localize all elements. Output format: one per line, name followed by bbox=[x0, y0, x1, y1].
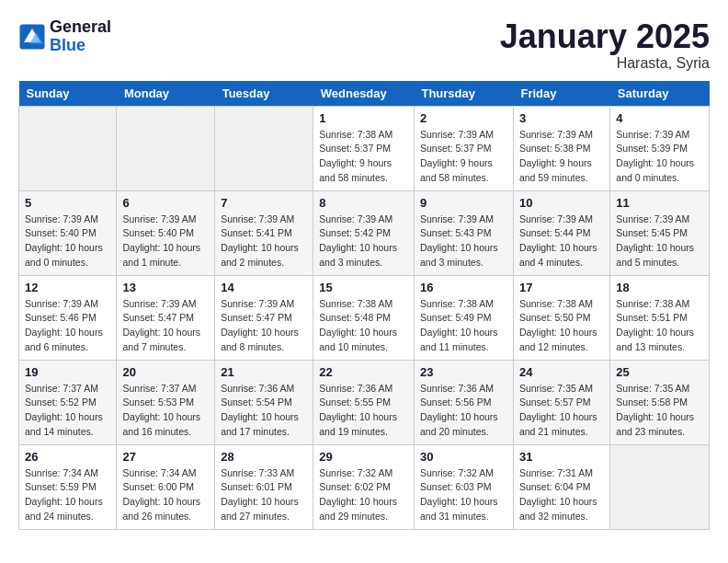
calendar-cell: 4Sunrise: 7:39 AMSunset: 5:39 PMDaylight… bbox=[610, 106, 710, 190]
logo: General Blue bbox=[18, 18, 111, 55]
day-info: Sunrise: 7:38 AMSunset: 5:48 PMDaylight:… bbox=[319, 297, 408, 355]
calendar-week-row: 19Sunrise: 7:37 AMSunset: 5:52 PMDayligh… bbox=[19, 360, 710, 444]
calendar-cell: 27Sunrise: 7:34 AMSunset: 6:00 PMDayligh… bbox=[117, 444, 215, 529]
day-info: Sunrise: 7:39 AMSunset: 5:46 PMDaylight:… bbox=[25, 297, 110, 355]
day-number: 31 bbox=[519, 450, 604, 464]
day-info: Sunrise: 7:32 AMSunset: 6:02 PMDaylight:… bbox=[319, 466, 408, 524]
day-info: Sunrise: 7:36 AMSunset: 5:54 PMDaylight:… bbox=[221, 382, 307, 440]
day-of-week-header: Friday bbox=[513, 81, 609, 107]
calendar-cell: 13Sunrise: 7:39 AMSunset: 5:47 PMDayligh… bbox=[117, 275, 215, 360]
calendar-cell: 7Sunrise: 7:39 AMSunset: 5:41 PMDaylight… bbox=[215, 190, 313, 275]
day-number: 24 bbox=[519, 365, 604, 379]
logo-icon bbox=[18, 23, 46, 51]
calendar-cell bbox=[117, 106, 215, 190]
calendar-cell: 14Sunrise: 7:39 AMSunset: 5:47 PMDayligh… bbox=[215, 275, 313, 360]
title-section: January 2025 Harasta, Syria bbox=[500, 18, 710, 72]
calendar-cell: 9Sunrise: 7:39 AMSunset: 5:43 PMDaylight… bbox=[414, 190, 513, 275]
day-info: Sunrise: 7:38 AMSunset: 5:37 PMDaylight:… bbox=[319, 128, 408, 186]
day-of-week-header: Monday bbox=[117, 81, 215, 107]
calendar-cell: 15Sunrise: 7:38 AMSunset: 5:48 PMDayligh… bbox=[313, 275, 415, 360]
day-info: Sunrise: 7:36 AMSunset: 5:55 PMDaylight:… bbox=[319, 382, 408, 440]
calendar-cell bbox=[610, 444, 710, 529]
day-info: Sunrise: 7:39 AMSunset: 5:38 PMDaylight:… bbox=[519, 128, 604, 186]
day-of-week-header: Tuesday bbox=[215, 81, 313, 107]
day-info: Sunrise: 7:32 AMSunset: 6:03 PMDaylight:… bbox=[420, 466, 507, 524]
calendar-title: January 2025 bbox=[500, 18, 710, 55]
day-number: 21 bbox=[221, 365, 307, 379]
calendar-cell: 3Sunrise: 7:39 AMSunset: 5:38 PMDaylight… bbox=[513, 106, 609, 190]
day-number: 17 bbox=[519, 281, 604, 294]
calendar-cell: 30Sunrise: 7:32 AMSunset: 6:03 PMDayligh… bbox=[414, 444, 513, 529]
calendar-cell: 12Sunrise: 7:39 AMSunset: 5:46 PMDayligh… bbox=[19, 275, 117, 360]
day-number: 9 bbox=[420, 196, 507, 210]
calendar-cell: 6Sunrise: 7:39 AMSunset: 5:40 PMDaylight… bbox=[117, 190, 215, 275]
day-info: Sunrise: 7:39 AMSunset: 5:44 PMDaylight:… bbox=[519, 213, 604, 270]
day-info: Sunrise: 7:39 AMSunset: 5:47 PMDaylight:… bbox=[221, 297, 307, 355]
day-info: Sunrise: 7:35 AMSunset: 5:57 PMDaylight:… bbox=[519, 382, 604, 440]
day-number: 23 bbox=[420, 365, 507, 379]
calendar-cell: 1Sunrise: 7:38 AMSunset: 5:37 PMDaylight… bbox=[313, 106, 415, 190]
day-number: 15 bbox=[319, 281, 408, 294]
logo-text: General Blue bbox=[50, 18, 111, 55]
day-of-week-header: Saturday bbox=[610, 81, 710, 107]
calendar-cell: 29Sunrise: 7:32 AMSunset: 6:02 PMDayligh… bbox=[313, 444, 415, 529]
day-info: Sunrise: 7:39 AMSunset: 5:43 PMDaylight:… bbox=[420, 213, 507, 270]
calendar-cell: 26Sunrise: 7:34 AMSunset: 5:59 PMDayligh… bbox=[19, 444, 117, 529]
day-info: Sunrise: 7:38 AMSunset: 5:50 PMDaylight:… bbox=[519, 297, 604, 355]
day-info: Sunrise: 7:36 AMSunset: 5:56 PMDaylight:… bbox=[420, 382, 507, 440]
day-info: Sunrise: 7:37 AMSunset: 5:53 PMDaylight:… bbox=[122, 382, 209, 440]
calendar-cell: 23Sunrise: 7:36 AMSunset: 5:56 PMDayligh… bbox=[414, 360, 513, 444]
day-number: 8 bbox=[319, 196, 408, 210]
day-info: Sunrise: 7:34 AMSunset: 6:00 PMDaylight:… bbox=[122, 466, 209, 524]
day-number: 11 bbox=[616, 196, 703, 210]
day-of-week-header: Sunday bbox=[19, 81, 117, 107]
day-number: 3 bbox=[519, 111, 604, 125]
day-info: Sunrise: 7:39 AMSunset: 5:40 PMDaylight:… bbox=[122, 213, 209, 270]
calendar-table: SundayMondayTuesdayWednesdayThursdayFrid… bbox=[18, 81, 710, 530]
day-number: 14 bbox=[221, 281, 307, 294]
day-info: Sunrise: 7:33 AMSunset: 6:01 PMDaylight:… bbox=[221, 466, 307, 524]
calendar-cell: 28Sunrise: 7:33 AMSunset: 6:01 PMDayligh… bbox=[215, 444, 313, 529]
day-info: Sunrise: 7:34 AMSunset: 5:59 PMDaylight:… bbox=[25, 466, 110, 524]
page-header: General Blue January 2025 Harasta, Syria bbox=[18, 18, 710, 72]
calendar-cell: 20Sunrise: 7:37 AMSunset: 5:53 PMDayligh… bbox=[117, 360, 215, 444]
calendar-cell: 2Sunrise: 7:39 AMSunset: 5:37 PMDaylight… bbox=[414, 106, 513, 190]
calendar-cell: 21Sunrise: 7:36 AMSunset: 5:54 PMDayligh… bbox=[215, 360, 313, 444]
day-number: 27 bbox=[122, 450, 209, 464]
day-number: 19 bbox=[25, 365, 110, 379]
day-info: Sunrise: 7:38 AMSunset: 5:51 PMDaylight:… bbox=[616, 297, 703, 355]
calendar-cell bbox=[19, 106, 117, 190]
day-number: 25 bbox=[616, 365, 703, 379]
day-number: 4 bbox=[616, 111, 703, 125]
day-number: 2 bbox=[420, 111, 507, 125]
calendar-header-row: SundayMondayTuesdayWednesdayThursdayFrid… bbox=[19, 81, 710, 107]
day-info: Sunrise: 7:39 AMSunset: 5:42 PMDaylight:… bbox=[319, 213, 408, 270]
calendar-week-row: 5Sunrise: 7:39 AMSunset: 5:40 PMDaylight… bbox=[19, 190, 710, 275]
day-number: 20 bbox=[122, 365, 209, 379]
day-number: 6 bbox=[122, 196, 209, 210]
calendar-cell: 24Sunrise: 7:35 AMSunset: 5:57 PMDayligh… bbox=[513, 360, 609, 444]
day-number: 1 bbox=[319, 111, 408, 125]
day-info: Sunrise: 7:35 AMSunset: 5:58 PMDaylight:… bbox=[616, 382, 703, 440]
day-number: 7 bbox=[221, 196, 307, 210]
day-info: Sunrise: 7:39 AMSunset: 5:39 PMDaylight:… bbox=[616, 128, 703, 186]
calendar-cell: 17Sunrise: 7:38 AMSunset: 5:50 PMDayligh… bbox=[513, 275, 609, 360]
day-info: Sunrise: 7:38 AMSunset: 5:49 PMDaylight:… bbox=[420, 297, 507, 355]
day-number: 16 bbox=[420, 281, 507, 294]
day-number: 12 bbox=[25, 281, 110, 294]
day-info: Sunrise: 7:39 AMSunset: 5:37 PMDaylight:… bbox=[420, 128, 507, 186]
calendar-week-row: 1Sunrise: 7:38 AMSunset: 5:37 PMDaylight… bbox=[19, 106, 710, 190]
day-info: Sunrise: 7:39 AMSunset: 5:40 PMDaylight:… bbox=[25, 213, 110, 270]
day-number: 26 bbox=[25, 450, 110, 464]
day-info: Sunrise: 7:39 AMSunset: 5:45 PMDaylight:… bbox=[616, 213, 703, 270]
day-number: 29 bbox=[319, 450, 408, 464]
day-of-week-header: Wednesday bbox=[313, 81, 415, 107]
day-number: 22 bbox=[319, 365, 408, 379]
calendar-cell: 10Sunrise: 7:39 AMSunset: 5:44 PMDayligh… bbox=[513, 190, 609, 275]
calendar-cell: 16Sunrise: 7:38 AMSunset: 5:49 PMDayligh… bbox=[414, 275, 513, 360]
day-number: 30 bbox=[420, 450, 507, 464]
calendar-cell: 25Sunrise: 7:35 AMSunset: 5:58 PMDayligh… bbox=[610, 360, 710, 444]
day-info: Sunrise: 7:39 AMSunset: 5:47 PMDaylight:… bbox=[122, 297, 209, 355]
day-number: 18 bbox=[616, 281, 703, 294]
calendar-cell: 5Sunrise: 7:39 AMSunset: 5:40 PMDaylight… bbox=[19, 190, 117, 275]
